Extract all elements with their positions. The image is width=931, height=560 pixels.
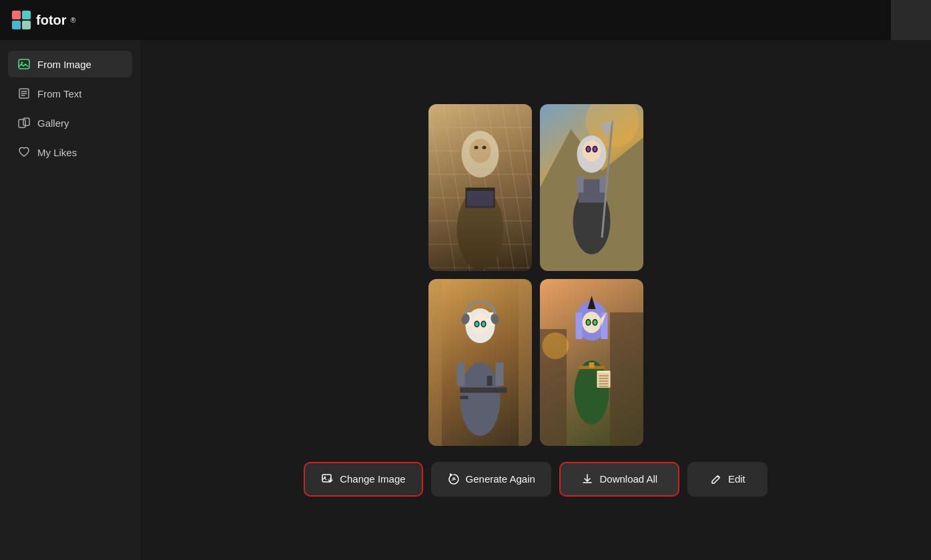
- generate-again-label: Generate Again: [466, 473, 535, 485]
- generated-image-4: [540, 279, 643, 446]
- content-area: Change Image Generate Again: [140, 40, 931, 560]
- edit-label: Edit: [728, 473, 745, 485]
- header-avatar[interactable]: [891, 0, 931, 40]
- text-icon: [17, 87, 31, 100]
- download-all-label: Download All: [599, 473, 657, 485]
- download-icon: [581, 473, 594, 486]
- header: fotor®: [0, 0, 931, 40]
- svg-rect-3: [12, 21, 21, 29]
- svg-marker-12: [450, 473, 453, 477]
- svg-rect-2: [22, 11, 31, 19]
- sidebar-item-gallery-label: Gallery: [37, 117, 69, 129]
- sidebar-item-from-text-label: From Text: [37, 88, 81, 99]
- sidebar-item-from-image-label: From Image: [37, 59, 91, 70]
- sidebar-item-my-likes-label: My Likes: [37, 147, 77, 158]
- svg-rect-8: [19, 119, 25, 127]
- svg-rect-1: [12, 11, 21, 19]
- change-image-icon: [321, 473, 334, 486]
- download-all-button[interactable]: Download All: [559, 462, 679, 497]
- sidebar-item-my-likes[interactable]: My Likes: [8, 139, 132, 166]
- svg-rect-4: [22, 21, 31, 29]
- edit-button[interactable]: Edit: [687, 462, 767, 497]
- sidebar: From Image From Text Gallery: [0, 40, 140, 560]
- generate-icon: [447, 473, 460, 486]
- edit-icon: [709, 473, 723, 486]
- svg-rect-5: [19, 59, 29, 69]
- image-grid: [428, 104, 643, 446]
- generated-image-3: [428, 279, 532, 446]
- image-icon: [17, 57, 31, 71]
- generate-again-button[interactable]: Generate Again: [431, 462, 551, 497]
- logo-text: fotor: [36, 13, 67, 28]
- generated-image-1: [428, 104, 532, 271]
- svg-point-6: [21, 62, 23, 64]
- main-layout: From Image From Text Gallery: [0, 40, 931, 560]
- sidebar-item-gallery[interactable]: Gallery: [8, 109, 132, 136]
- logo-icon: [11, 9, 32, 31]
- change-image-button[interactable]: Change Image: [304, 462, 422, 497]
- gallery-icon: [17, 116, 31, 129]
- sidebar-item-from-image[interactable]: From Image: [8, 51, 132, 77]
- logo: fotor®: [11, 9, 76, 31]
- action-bar: Change Image Generate Again: [304, 462, 767, 497]
- logo-reg: ®: [71, 16, 76, 24]
- change-image-label: Change Image: [340, 473, 405, 485]
- heart-icon: [17, 146, 31, 159]
- generated-image-2: [540, 104, 643, 271]
- sidebar-item-from-text[interactable]: From Text: [8, 80, 132, 107]
